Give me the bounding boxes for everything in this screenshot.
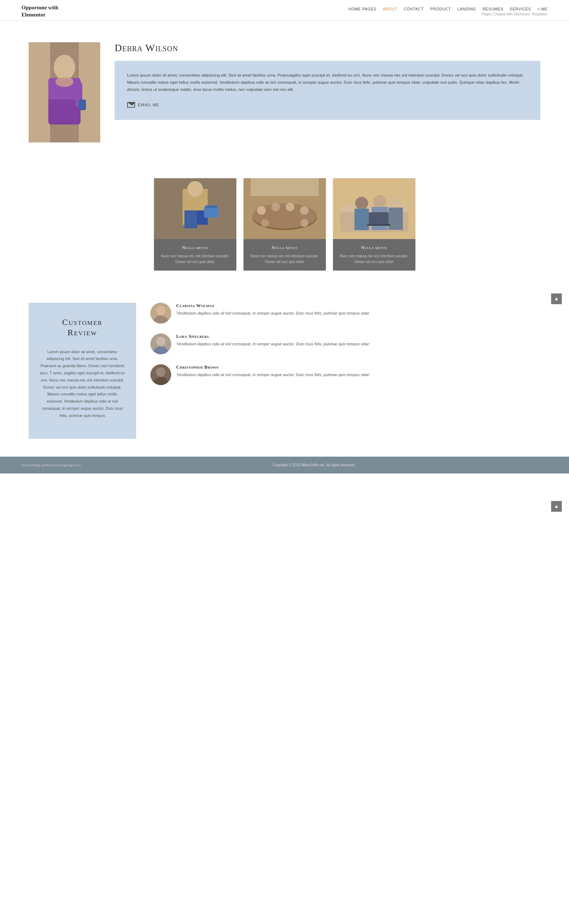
nav-me[interactable]: >.ME — [537, 7, 548, 11]
hero-name: Debra Wilson — [114, 42, 540, 54]
hero-section: Debra Wilson Lorem ipsum dolor sit amet,… — [0, 21, 569, 164]
card-1: Nulla metus Nunc nec massa nec est inter… — [154, 178, 236, 270]
svg-point-46 — [156, 306, 166, 315]
svg-point-49 — [156, 337, 166, 346]
card-2-body: Nulla metus Nunc nec massa nec est inter… — [243, 239, 326, 270]
nav-product[interactable]: PRODUCT — [430, 7, 451, 11]
svg-rect-8 — [79, 100, 86, 110]
nav-services[interactable]: SERVICES — [510, 7, 531, 11]
svg-rect-32 — [251, 178, 319, 196]
hero-content: Debra Wilson Lorem ipsum dolor sit amet,… — [114, 42, 540, 120]
review-description: Lorem ipsum dolor sit amet, consectetur … — [40, 349, 125, 419]
email-button[interactable]: EMAIL ME — [127, 102, 159, 108]
reviewer-3-info: Christopher Brown 'Vestibulum dapibus od… — [176, 364, 540, 378]
svg-point-26 — [257, 206, 266, 215]
svg-point-6 — [55, 76, 73, 87]
reviewer-1-name: Clarissa Wolman — [176, 303, 540, 308]
reviewer-3-quote: 'Vestibulum dapibus odio at nisl consequ… — [176, 372, 540, 378]
footer-url: www.heritage.ge/thisis/message/age.com — [21, 463, 81, 467]
cards-section: Nulla metus Nunc nec massa nec est inter… — [0, 164, 569, 285]
scroll-top-button[interactable]: ▲ — [551, 293, 562, 304]
card-1-body: Nulla metus Nunc nec massa nec est inter… — [154, 239, 236, 270]
person-photo — [29, 42, 100, 143]
nav-about[interactable]: ABOUT — [383, 7, 397, 11]
hero-bio: Lorem ipsum dolor sit amet, consectetur … — [127, 71, 528, 93]
review-item-2: Lora Spielberg 'Vestibulum dapibus odio … — [151, 334, 540, 354]
review-right-panel: Clarissa Wolman 'Vestibulum dapibus odio… — [151, 303, 540, 385]
nav-subtitle: Pages Created with Elementor Templates — [482, 12, 548, 16]
review-section: CustomerReview Lorem ipsum dolor sit ame… — [0, 285, 569, 457]
reviewer-3-avatar — [151, 364, 171, 385]
svg-rect-13 — [184, 211, 197, 228]
nav-area: HOME PAGES ABOUT CONTACT PRODUCT LANDING… — [348, 7, 548, 16]
nav-contact[interactable]: CONTACT — [404, 7, 424, 11]
svg-point-12 — [187, 181, 203, 197]
svg-point-37 — [355, 197, 368, 210]
card-3-text: Nunc nec massa nec est interdum suscipit… — [338, 253, 410, 265]
svg-point-29 — [300, 206, 309, 215]
main-nav: HOME PAGES ABOUT CONTACT PRODUCT LANDING… — [348, 7, 548, 11]
card-2-image — [243, 178, 326, 239]
review-item-3: Christopher Brown 'Vestibulum dapibus od… — [151, 364, 540, 385]
nav-resumes[interactable]: RESUMES — [483, 7, 504, 11]
svg-rect-44 — [367, 224, 390, 226]
svg-point-28 — [286, 203, 294, 211]
card-3: Nulla metus Nunc nec massa nec est inter… — [333, 178, 415, 270]
svg-point-31 — [300, 219, 308, 227]
card-2-title: Nulla metus — [248, 245, 321, 250]
card-1-title: Nulla metus — [159, 245, 231, 250]
svg-rect-16 — [205, 205, 218, 208]
footer-copyright: Copyright © 2016 MikeGriffin.me. All rig… — [81, 463, 548, 467]
svg-rect-42 — [388, 208, 403, 230]
email-icon — [127, 102, 135, 108]
nav-home-pages[interactable]: HOME PAGES — [348, 7, 376, 11]
nav-landing[interactable]: LANDING — [457, 7, 476, 11]
header: Opportune with Elementor HOME PAGES ABOU… — [0, 0, 569, 21]
svg-rect-43 — [369, 212, 388, 225]
review-left-panel: CustomerReview Lorem ipsum dolor sit ame… — [29, 303, 136, 439]
footer: www.heritage.ge/thisis/message/age.com C… — [0, 457, 569, 473]
card-3-title: Nulla metus — [338, 245, 410, 250]
svg-point-38 — [373, 195, 386, 208]
reviewer-1-quote: 'Vestibulum dapibus odio at nisl consequ… — [176, 310, 540, 317]
svg-point-39 — [390, 197, 402, 208]
hero-bio-box: Lorem ipsum dolor sit amet, consectetur … — [114, 61, 540, 120]
review-title: CustomerReview — [40, 317, 125, 338]
reviewer-2-avatar — [151, 334, 171, 354]
svg-point-27 — [271, 203, 280, 211]
reviewer-2-name: Lora Spielberg — [176, 334, 540, 339]
card-1-image — [154, 178, 236, 239]
svg-rect-15 — [204, 207, 218, 218]
svg-point-30 — [261, 219, 269, 227]
card-3-image — [333, 178, 415, 239]
review-item-1: Clarissa Wolman 'Vestibulum dapibus odio… — [151, 303, 540, 323]
email-label: EMAIL ME — [138, 103, 159, 107]
card-2-text: Nunc nec massa nec est interdum suscipit… — [248, 253, 321, 265]
svg-point-3 — [54, 55, 75, 80]
logo: Opportune with Elementor — [21, 4, 72, 18]
svg-rect-40 — [354, 209, 369, 230]
card-3-body: Nulla metus Nunc nec massa nec est inter… — [333, 239, 415, 270]
card-2: Nulla metus Nunc nec massa nec est inter… — [243, 178, 326, 270]
reviewer-2-info: Lora Spielberg 'Vestibulum dapibus odio … — [176, 334, 540, 347]
svg-point-52 — [156, 367, 166, 377]
hero-image — [29, 42, 100, 143]
reviewer-1-info: Clarissa Wolman 'Vestibulum dapibus odio… — [176, 303, 540, 317]
reviewer-2-quote: 'Vestibulum dapibus odio at nisl consequ… — [176, 341, 540, 347]
reviewer-3-name: Christopher Brown — [176, 364, 540, 370]
card-1-text: Nunc nec massa nec est interdum suscipit… — [159, 253, 231, 265]
reviewer-1-avatar — [151, 303, 171, 323]
